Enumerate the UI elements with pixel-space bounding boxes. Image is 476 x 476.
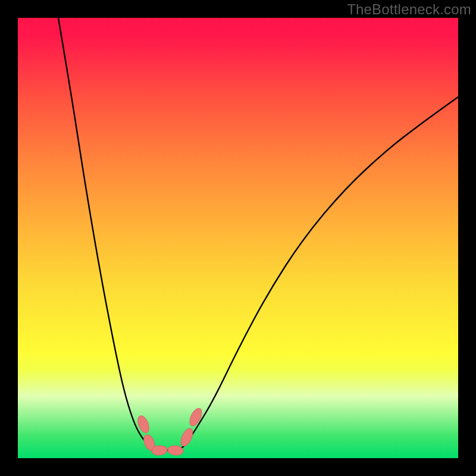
- curve-marker-4: [178, 427, 195, 448]
- bottleneck-curve: [58, 18, 458, 450]
- curve-marker-3: [167, 445, 183, 456]
- curve-markers: [136, 406, 204, 456]
- curve-marker-5: [187, 406, 204, 428]
- watermark-text: TheBottleneck.com: [347, 1, 471, 18]
- curve-marker-2: [151, 445, 167, 456]
- chart-frame: [18, 18, 458, 458]
- curve-marker-0: [136, 414, 151, 434]
- curve-marker-1: [142, 433, 156, 452]
- chart-svg: [18, 18, 458, 458]
